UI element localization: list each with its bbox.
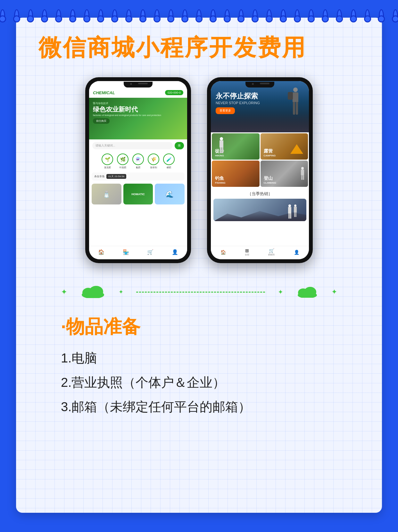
p2-cat-label-camping: 露营 CAMPING	[264, 148, 276, 157]
spiral-dot	[14, 9, 19, 21]
phones-showcase: CHEMICAL 020-000-0 暨与绿色技术 绿色农业新时代 factor…	[38, 77, 360, 263]
p1-nav-home[interactable]: 🏠	[98, 249, 104, 255]
spiral-dot	[211, 9, 216, 21]
cloud-icon-1	[80, 284, 106, 301]
spiral-dot	[98, 9, 104, 21]
p2-hero-button[interactable]: 查看更多	[216, 107, 235, 114]
p1-product-2-label: HOMATIC	[131, 193, 145, 196]
p2-cat-zh-climbing: 登山	[264, 176, 277, 181]
p1-product-3[interactable]: 🌊	[155, 184, 185, 204]
spiral-dot	[309, 9, 314, 21]
spiral-dot	[169, 9, 174, 21]
p1-banner-desc: factories of biological and ecological p…	[93, 114, 183, 116]
p2-cat-label-fishing: 钓鱼 FISHING	[215, 176, 225, 184]
p1-product-2[interactable]: HOMATIC	[123, 184, 153, 204]
sparkle-icon-2: ✦	[119, 288, 123, 295]
p1-search-input[interactable]: 请输入关键词...	[92, 142, 173, 149]
p1-product-1[interactable]: 🧂	[92, 184, 121, 204]
sparkle-icon-4: ✦	[331, 288, 337, 296]
p1-banner: 暨与绿色技术 绿色农业新时代 factories of biological a…	[89, 98, 187, 139]
p1-cat-3[interactable]: ⚗️ 氮肥	[132, 154, 144, 169]
spiral-dot	[393, 9, 398, 21]
spiral-dot	[84, 9, 89, 21]
p1-cat-label-4: 除草剂	[150, 166, 157, 169]
sparkle-icon-1: ✦	[61, 287, 67, 296]
p2-cat-fishing[interactable]: 钓鱼 FISHING	[212, 161, 260, 187]
spiral-dot	[379, 9, 384, 21]
p1-cat-2[interactable]: 🌿 叶面肥	[117, 154, 129, 169]
p2-cat-climbing[interactable]: 登山 CLIMBING	[261, 161, 308, 187]
p1-search-area: 请输入关键词... 搜	[89, 139, 187, 152]
p2-nav-all-label: 全部	[245, 253, 249, 256]
p1-categories: 🌱 复混肥 🌿 叶面肥 ⚗️ 氮肥 🌾 除	[89, 152, 187, 171]
phone1-screen: CHEMICAL 020-000-0 暨与绿色技术 绿色农业新时代 factor…	[89, 81, 187, 259]
p2-cat-en-camping: CAMPING	[264, 154, 276, 157]
p2-cat-zh-fishing: 钓鱼	[215, 176, 225, 181]
spiral-dot	[112, 9, 117, 21]
p1-cat-5[interactable]: 🧪 磷肥	[163, 154, 175, 169]
p2-hero-title: 永不停止探索	[216, 92, 260, 100]
svg-point-2	[89, 286, 103, 297]
p1-cat-label-2: 叶面肥	[120, 166, 126, 169]
spiral-binding	[0, 0, 398, 22]
p1-cat-4[interactable]: 🌾 除草剂	[148, 154, 159, 169]
spiral-dot	[70, 9, 75, 21]
spiral-dot	[182, 9, 187, 21]
p1-logo: CHEMICAL	[93, 90, 115, 95]
p1-cat-label-1: 复混肥	[104, 166, 111, 169]
p1-search-button[interactable]: 搜	[175, 142, 184, 149]
spiral-dot	[225, 9, 230, 21]
list-item-1: 1.电脑	[61, 349, 337, 367]
list-item-2: 2.营业执照（个体户＆企业）	[61, 373, 337, 391]
p2-hero: 永不停止探索 NEVER STOP EXPLORING 查看更多	[211, 81, 309, 132]
p1-cat-icon-3: ⚗️	[132, 154, 144, 165]
p1-nav-store[interactable]: 🏪	[123, 249, 129, 255]
spiral-dot	[196, 9, 202, 21]
p1-promo-label: 杀虫专场	[94, 175, 104, 178]
cloud-icon-2	[296, 285, 319, 299]
phone-notch-2	[245, 82, 274, 87]
spiral-dot	[351, 9, 356, 21]
p1-banner-subtitle: 暨与绿色技术	[93, 102, 183, 105]
p2-cat-en-fishing: FISHING	[215, 181, 225, 184]
items-section: ·物品准备 1.电脑 2.营业执照（个体户＆企业） 3.邮箱（未绑定任何平台的邮…	[38, 308, 360, 427]
p2-nav-home[interactable]: 🏠	[220, 250, 226, 255]
p2-nav-all[interactable]: ⊞ 全部	[245, 248, 249, 256]
p1-nav-user[interactable]: 👤	[172, 249, 178, 255]
p2-cat-en-hiking: HIKING	[215, 154, 224, 157]
p1-phone: 020-000-0	[165, 90, 183, 95]
section-title: ·物品准备	[61, 314, 337, 339]
p2-hero-person	[290, 87, 301, 123]
p1-cat-1[interactable]: 🌱 复混肥	[102, 154, 113, 169]
list-item-3: 3.邮箱（未绑定任何平台的邮箱）	[61, 398, 337, 416]
p1-cat-icon-5: 🧪	[163, 154, 175, 165]
spiral-dot	[337, 9, 342, 21]
p2-featured-product	[213, 199, 306, 221]
p1-banner-title: 绿色农业新时代	[93, 106, 183, 113]
spiral-dot	[126, 9, 131, 21]
spiral-dot	[365, 9, 370, 21]
p1-promo: 杀虫专场 01天 23:59:58	[92, 172, 185, 180]
p2-hero-text: 永不停止探索 NEVER STOP EXPLORING 查看更多	[216, 92, 260, 114]
phone-mockup-2: 永不停止探索 NEVER STOP EXPLORING 查看更多	[207, 77, 313, 263]
sparkle-icon-3: ✦	[278, 288, 283, 296]
phone-mockup-1: CHEMICAL 020-000-0 暨与绿色技术 绿色农业新时代 factor…	[85, 77, 191, 263]
p1-navbar: 🏠 🏪 🛒 👤	[89, 246, 187, 259]
notebook-paper: 微信商城小程序开发费用 CHEMICAL 020-000-0 暨与绿色技术 绿色…	[16, 18, 382, 513]
p2-nav-user[interactable]: 👤	[294, 250, 299, 255]
spiral-dot	[239, 9, 244, 21]
p1-banner-button[interactable]: 前往购买	[93, 118, 110, 124]
p1-cat-label-3: 氮肥	[136, 166, 140, 169]
p2-nav-cart[interactable]: 🛒 购物车	[268, 248, 275, 256]
p2-cat-hiking[interactable]: 徒步 HIKING	[212, 133, 260, 160]
decoration-area: ✦ ✦ ✦ ✦	[38, 276, 360, 308]
p1-cat-label-5: 磷肥	[167, 166, 171, 169]
spiral-dot	[323, 9, 328, 21]
phone-notch-1	[124, 82, 153, 87]
spiral-dot	[0, 9, 5, 21]
p1-nav-cart[interactable]: 🛒	[147, 249, 153, 255]
p1-timer: 01天 23:59:58	[106, 174, 126, 179]
deco-line-1	[136, 292, 265, 293]
phone2-screen: 永不停止探索 NEVER STOP EXPLORING 查看更多	[211, 81, 309, 259]
p2-cat-camping[interactable]: 露营 CAMPING	[261, 133, 308, 160]
